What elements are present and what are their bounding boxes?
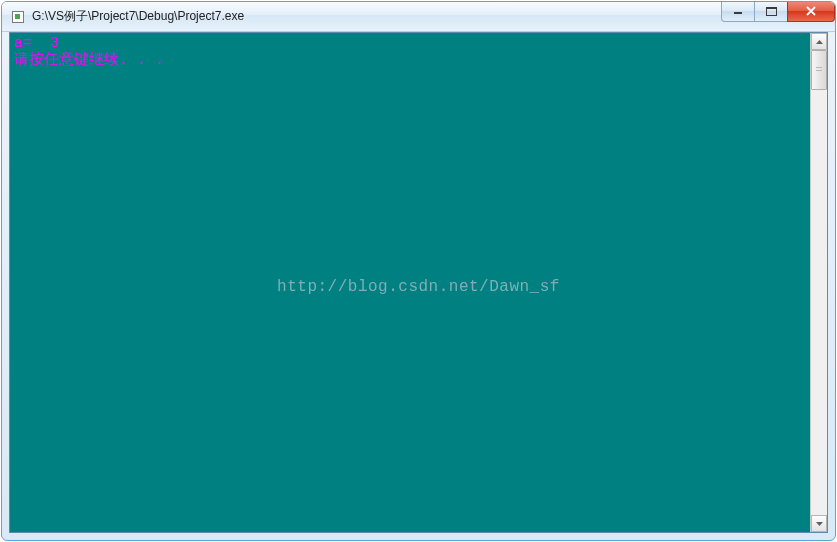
scroll-thumb[interactable] [811,50,827,90]
scroll-up-button[interactable] [811,33,827,50]
app-icon [10,9,26,25]
chevron-down-icon [816,522,823,526]
client-area: a= 3 请按任意键继续. . . [9,32,828,533]
console-window: G:\VS例子\Project7\Debug\Project7.exe a= [1,1,836,541]
minimize-icon [733,7,743,15]
chevron-up-icon [816,40,823,44]
scroll-track[interactable] [811,50,827,515]
maximize-icon [766,7,777,16]
window-controls [722,1,835,22]
svg-rect-0 [734,12,742,14]
maximize-button[interactable] [754,1,788,22]
window-title: G:\VS例子\Project7\Debug\Project7.exe [32,8,244,25]
titlebar[interactable]: G:\VS例子\Project7\Debug\Project7.exe [2,2,835,32]
vertical-scrollbar[interactable] [810,33,827,532]
output-line: a= 3 [14,35,59,52]
minimize-button[interactable] [721,1,755,22]
close-button[interactable] [787,1,835,22]
console-output: a= 3 请按任意键继续. . . [10,33,810,532]
output-line: 请按任意键继续. . . [14,52,164,69]
close-icon [805,6,817,16]
svg-rect-2 [766,7,777,9]
scroll-down-button[interactable] [811,515,827,532]
